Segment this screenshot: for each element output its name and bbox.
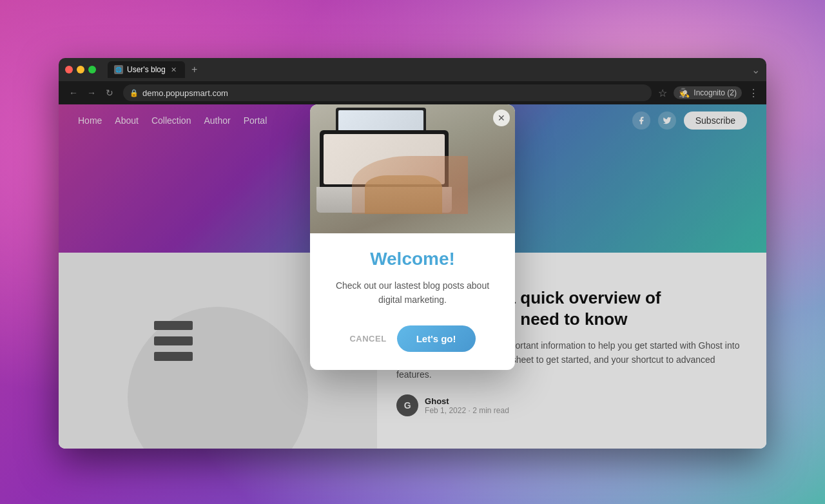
popup-description: Check out our lastest blog posts about d…	[329, 278, 496, 307]
popup-overlay: ✕ Welcome! Check out our lastest blog po…	[59, 104, 766, 449]
reload-button[interactable]: ↻	[102, 86, 117, 100]
back-button[interactable]: ←	[66, 86, 81, 100]
address-bar: ← → ↻ 🔒 demo.popupsmart.com ☆ 🕵 Incognit…	[59, 81, 766, 104]
popup-photo-art	[310, 104, 515, 233]
menu-icon[interactable]: ⋮	[748, 87, 759, 99]
tab-close-button[interactable]: ✕	[170, 65, 179, 74]
cancel-button[interactable]: CANCEL	[349, 334, 386, 344]
maximize-window-button[interactable]	[88, 66, 96, 73]
forward-button[interactable]: →	[84, 86, 99, 100]
tab-title-label: User's blog	[127, 65, 166, 74]
popup-title: Welcome!	[329, 249, 496, 269]
tab-favicon-icon: 🌐	[114, 65, 123, 74]
popup-close-button[interactable]: ✕	[493, 110, 510, 126]
bookmark-icon[interactable]: ☆	[658, 87, 667, 99]
chrome-tab-bar: 🌐 User's blog ✕ + ⌄	[59, 58, 766, 81]
url-text: demo.popupsmart.com	[142, 88, 228, 98]
minimize-window-button[interactable]	[77, 66, 84, 73]
lets-go-button[interactable]: Let's go!	[397, 325, 476, 352]
window-controls-right: ⌄	[752, 64, 760, 76]
incognito-label: Incognito (2)	[694, 88, 737, 97]
browser-window: 🌐 User's blog ✕ + ⌄ ← → ↻ 🔒 demo.popupsm…	[59, 58, 766, 449]
nav-buttons: ← → ↻	[66, 86, 117, 100]
popup-actions: CANCEL Let's go!	[329, 325, 496, 352]
active-tab[interactable]: 🌐 User's blog ✕	[108, 61, 185, 78]
popup-modal: ✕ Welcome! Check out our lastest blog po…	[310, 104, 515, 370]
incognito-badge: 🕵 Incognito (2)	[674, 86, 742, 99]
website-content: Home About Collection Author Portal Subs…	[59, 104, 766, 449]
close-window-button[interactable]	[65, 66, 73, 73]
tab-bar: 🌐 User's blog ✕ +	[108, 61, 202, 78]
incognito-icon: 🕵	[679, 88, 690, 98]
traffic-lights	[65, 66, 96, 73]
address-bar-right: ☆ 🕵 Incognito (2) ⋮	[658, 86, 759, 99]
laptop-decoration	[320, 130, 461, 214]
new-tab-button[interactable]: +	[188, 63, 202, 77]
popup-body: Welcome! Check out our lastest blog post…	[310, 233, 515, 370]
hand2-decoration	[365, 175, 442, 214]
url-bar[interactable]: 🔒 demo.popupsmart.com	[123, 84, 652, 101]
lock-icon: 🔒	[130, 89, 139, 97]
popup-image: ✕	[310, 104, 515, 233]
